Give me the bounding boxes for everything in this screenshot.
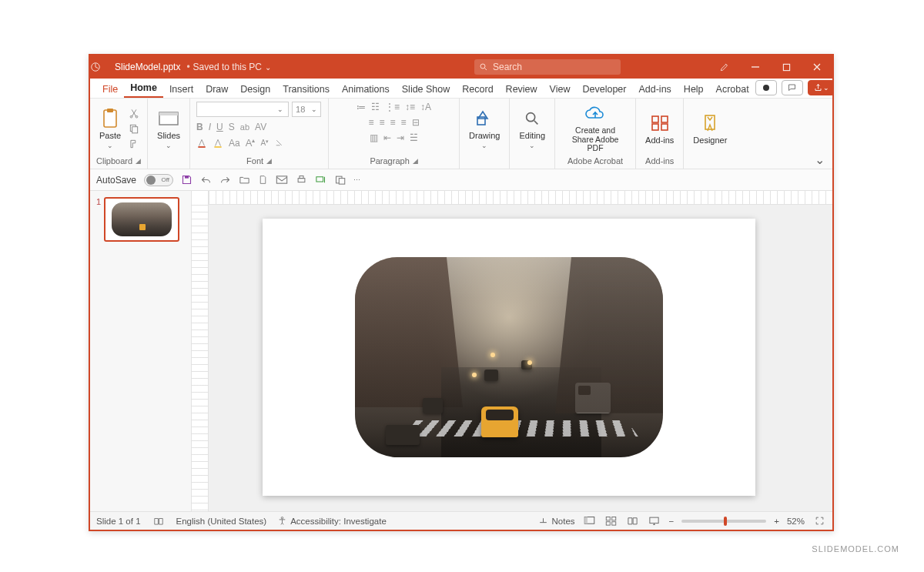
increase-indent-button[interactable]: ⇥ xyxy=(397,132,404,143)
book-icon[interactable] xyxy=(152,515,166,527)
tab-draw[interactable]: Draw xyxy=(199,81,234,98)
grow-font-button[interactable]: A▴ xyxy=(246,137,256,149)
save-icon[interactable] xyxy=(181,174,192,186)
list-level-button[interactable]: ⋮≡ xyxy=(385,102,400,112)
ribbon-collapse-button[interactable]: ⌄ xyxy=(807,99,832,169)
tab-animations[interactable]: Animations xyxy=(336,81,396,98)
autosave-toggle[interactable]: Off xyxy=(144,174,173,186)
highlight-button[interactable] xyxy=(213,138,223,149)
qat-customize-button[interactable]: ⋯ xyxy=(353,176,360,184)
bullets-button[interactable]: ≔ xyxy=(357,102,366,112)
tab-addins[interactable]: Add-ins xyxy=(632,81,677,98)
svg-rect-33 xyxy=(612,522,616,525)
touch-mode-button[interactable] xyxy=(334,174,346,186)
format-painter-icon[interactable] xyxy=(129,139,139,149)
font-family-selector[interactable]: ⌄ xyxy=(196,102,289,117)
group-paragraph: ≔ ☷ ⋮≡ ↕≡ ↕A ≡ ≡ ≡ ≡ ⊟ ▥ ⇤ ⇥ ☱ xyxy=(329,99,460,169)
tab-insert[interactable]: Insert xyxy=(163,81,199,98)
dialog-launcher-icon[interactable]: ◢ xyxy=(413,157,418,165)
create-share-pdf-button[interactable]: Create and Share Adobe PDF xyxy=(561,102,629,155)
sorter-view-button[interactable] xyxy=(604,515,618,527)
character-spacing-button[interactable]: AV xyxy=(255,122,266,132)
tab-design[interactable]: Design xyxy=(234,81,276,98)
tab-slideshow[interactable]: Slide Show xyxy=(396,81,457,98)
quick-print-button[interactable] xyxy=(296,174,307,186)
addins-button[interactable]: Add-ins xyxy=(642,111,677,146)
shadow-button[interactable]: ab xyxy=(240,122,249,132)
dialog-launcher-icon[interactable]: ◢ xyxy=(266,157,272,165)
slide-stage[interactable] xyxy=(209,205,832,511)
close-button[interactable] xyxy=(802,55,832,79)
cut-icon[interactable] xyxy=(129,108,139,119)
align-text-button[interactable]: ⊟ xyxy=(412,117,420,128)
rounded-picture[interactable] xyxy=(355,257,663,457)
comments-button[interactable] xyxy=(782,80,803,95)
vertical-ruler[interactable] xyxy=(192,191,209,511)
accessibility-status[interactable]: Accessibility: Investigate xyxy=(277,516,387,526)
tab-view[interactable]: View xyxy=(544,81,577,98)
zoom-in-button[interactable]: + xyxy=(774,517,779,526)
shrink-font-button[interactable]: A▾ xyxy=(260,139,269,147)
dialog-launcher-icon[interactable]: ◢ xyxy=(136,157,141,165)
align-center-button[interactable]: ≡ xyxy=(380,117,385,128)
zoom-out-button[interactable]: − xyxy=(669,517,675,526)
slide-thumbnail-1[interactable] xyxy=(104,197,179,242)
slide-counter[interactable]: Slide 1 of 1 xyxy=(96,517,141,526)
justify-button[interactable]: ≡ xyxy=(401,117,407,128)
tab-developer[interactable]: Developer xyxy=(576,81,632,98)
font-size-selector[interactable]: 18⌄ xyxy=(292,102,321,117)
italic-button[interactable]: I xyxy=(209,122,211,132)
drawing-button[interactable]: Drawing⌄ xyxy=(466,106,503,151)
tab-help[interactable]: Help xyxy=(678,81,710,98)
text-direction-button[interactable]: ↕A xyxy=(420,102,431,112)
maximize-button[interactable] xyxy=(771,55,802,79)
tab-review[interactable]: Review xyxy=(500,81,544,98)
decrease-indent-button[interactable]: ⇤ xyxy=(383,132,391,143)
open-button[interactable] xyxy=(239,174,250,186)
tab-transitions[interactable]: Transitions xyxy=(276,81,336,98)
tab-acrobat[interactable]: Acrobat xyxy=(710,81,755,98)
editing-button[interactable]: Editing⌄ xyxy=(516,106,548,151)
language-status[interactable]: English (United States) xyxy=(176,517,267,526)
slide-canvas[interactable] xyxy=(263,219,755,496)
align-right-button[interactable]: ≡ xyxy=(390,117,396,128)
numbering-button[interactable]: ☷ xyxy=(371,102,380,112)
email-button[interactable] xyxy=(276,175,288,185)
tab-record[interactable]: Record xyxy=(456,81,499,98)
fit-to-window-button[interactable] xyxy=(812,515,826,527)
underline-button[interactable]: U xyxy=(216,122,223,132)
font-color-button[interactable] xyxy=(196,138,207,149)
from-beginning-button[interactable] xyxy=(315,174,326,186)
redo-button[interactable] xyxy=(219,174,231,186)
undo-button[interactable] xyxy=(200,174,212,186)
slides-button[interactable]: Slides ⌄ xyxy=(154,106,183,151)
tab-file[interactable]: File xyxy=(96,81,124,98)
record-indicator[interactable] xyxy=(755,80,777,95)
tab-home[interactable]: Home xyxy=(124,79,163,98)
horizontal-ruler[interactable] xyxy=(209,191,832,205)
zoom-slider[interactable] xyxy=(681,520,766,523)
pen-icon[interactable] xyxy=(709,55,740,79)
paste-button[interactable]: Paste ⌄ xyxy=(96,106,124,151)
title-menu-chevron[interactable]: ⌄ xyxy=(262,63,274,72)
smartart-button[interactable]: ☱ xyxy=(410,132,418,143)
share-button[interactable]: ⌄ xyxy=(808,80,834,95)
align-left-button[interactable]: ≡ xyxy=(369,117,374,128)
search-box[interactable]: Search xyxy=(474,59,621,75)
line-spacing-button[interactable]: ↕≡ xyxy=(405,102,415,112)
reading-view-button[interactable] xyxy=(626,515,640,527)
slide-thumbnail-pane[interactable]: 1 xyxy=(90,191,192,511)
strikethrough-button[interactable]: S xyxy=(229,122,235,132)
change-case-button[interactable]: Aa xyxy=(229,138,240,149)
designer-button[interactable]: Designer xyxy=(690,111,730,146)
new-button[interactable] xyxy=(258,174,268,186)
minimize-button[interactable] xyxy=(740,55,771,79)
bold-button[interactable]: B xyxy=(196,122,203,132)
notes-button[interactable]: Notes xyxy=(538,517,574,526)
columns-button[interactable]: ▥ xyxy=(370,132,378,143)
copy-icon[interactable] xyxy=(129,123,139,134)
zoom-level[interactable]: 52% xyxy=(787,517,805,526)
slideshow-view-button[interactable] xyxy=(648,515,661,527)
normal-view-button[interactable] xyxy=(583,515,597,527)
clear-formatting-button[interactable] xyxy=(274,138,284,148)
